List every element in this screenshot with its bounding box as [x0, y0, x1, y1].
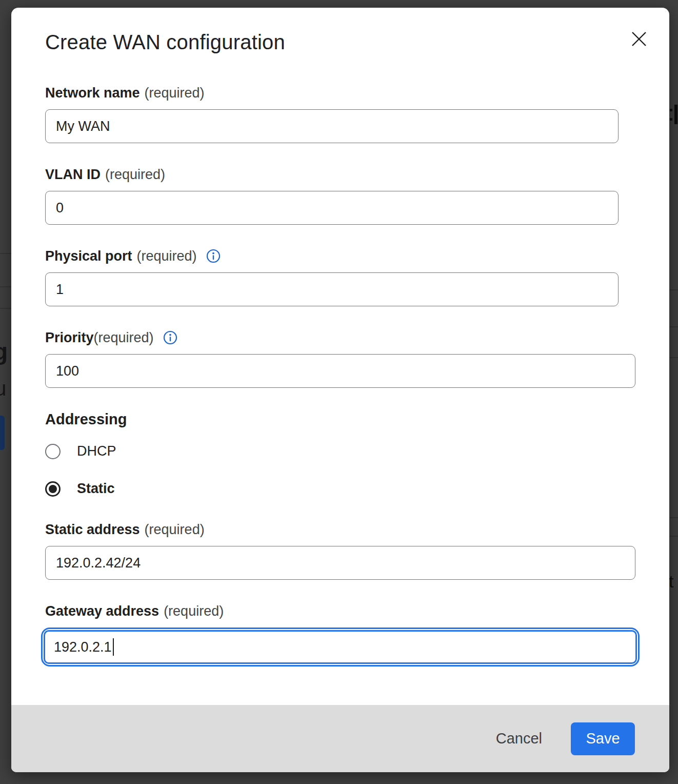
- background-element-fragment: [670, 109, 672, 111]
- background-row-divider: [669, 326, 678, 327]
- field-label-text: Priority: [45, 329, 94, 346]
- background-row-divider: [669, 536, 678, 537]
- addressing-option-static[interactable]: Static: [45, 481, 635, 497]
- gateway-address-value: 192.0.2.1: [54, 639, 112, 655]
- background-element-fragment: [670, 118, 672, 121]
- priority-field-group: Priority (required): [45, 329, 635, 388]
- vlan-id-label: VLAN ID (required): [45, 166, 635, 183]
- gateway-address-field-group: Gateway address (required) 192.0.2.1: [45, 603, 635, 667]
- physical-port-input[interactable]: [45, 272, 619, 306]
- network-name-input[interactable]: [45, 109, 619, 143]
- static-address-field-group: Static address (required): [45, 521, 635, 580]
- info-icon[interactable]: [163, 330, 177, 345]
- background-element-fragment: [674, 105, 677, 124]
- cancel-button[interactable]: Cancel: [493, 725, 545, 752]
- addressing-section: Addressing DHCP Static: [45, 411, 635, 497]
- required-hint: (required): [105, 166, 165, 183]
- radio-label: Static: [77, 481, 115, 497]
- gateway-address-label: Gateway address (required): [45, 603, 635, 619]
- background-text-fragment: u: [0, 377, 6, 400]
- background-row-divider: [669, 517, 678, 518]
- field-label-text: VLAN ID: [45, 166, 101, 183]
- radio-label: DHCP: [77, 443, 116, 459]
- required-hint: (required): [164, 603, 224, 619]
- radio-button-icon[interactable]: [45, 444, 61, 459]
- dialog-footer: Cancel Save: [11, 705, 669, 772]
- background-row-divider: [0, 286, 11, 287]
- background-row-divider: [0, 253, 11, 254]
- text-caret: [113, 638, 114, 656]
- addressing-option-dhcp[interactable]: DHCP: [45, 443, 635, 459]
- focus-ring: 192.0.2.1: [41, 628, 640, 667]
- required-hint: (required): [145, 85, 205, 101]
- required-hint: (required): [137, 248, 197, 264]
- vlan-id-field-group: VLAN ID (required): [45, 166, 635, 225]
- background-text-fragment: t: [669, 572, 673, 592]
- save-button[interactable]: Save: [571, 722, 635, 755]
- info-icon[interactable]: [206, 249, 221, 263]
- required-hint: (required): [94, 329, 154, 346]
- static-address-label: Static address (required): [45, 521, 635, 538]
- static-address-input[interactable]: [45, 546, 635, 580]
- required-hint: (required): [145, 521, 205, 538]
- field-label-text: Network name: [45, 85, 140, 101]
- field-label-text: Physical port: [45, 248, 132, 264]
- priority-label: Priority (required): [45, 329, 635, 346]
- vlan-id-input[interactable]: [45, 191, 619, 225]
- field-label-text: Gateway address: [45, 603, 159, 619]
- network-name-label: Network name (required): [45, 85, 635, 101]
- dialog-title: Create WAN configuration: [45, 31, 635, 54]
- field-label-text: Static address: [45, 521, 140, 538]
- gateway-address-input[interactable]: 192.0.2.1: [44, 630, 637, 664]
- physical-port-field-group: Physical port (required): [45, 248, 635, 306]
- priority-input[interactable]: [45, 354, 635, 388]
- background-button-fragment: [0, 416, 5, 450]
- addressing-heading: Addressing: [45, 411, 635, 428]
- create-wan-configuration-dialog: Create WAN configuration Network name (r…: [11, 8, 669, 772]
- background-row-divider: [0, 308, 11, 309]
- background-row-divider: [669, 357, 678, 358]
- background-text-fragment: g: [0, 338, 8, 365]
- physical-port-label: Physical port (required): [45, 248, 635, 264]
- background-row-divider: [669, 289, 678, 290]
- network-name-field-group: Network name (required): [45, 85, 635, 143]
- radio-button-selected-icon[interactable]: [45, 481, 61, 497]
